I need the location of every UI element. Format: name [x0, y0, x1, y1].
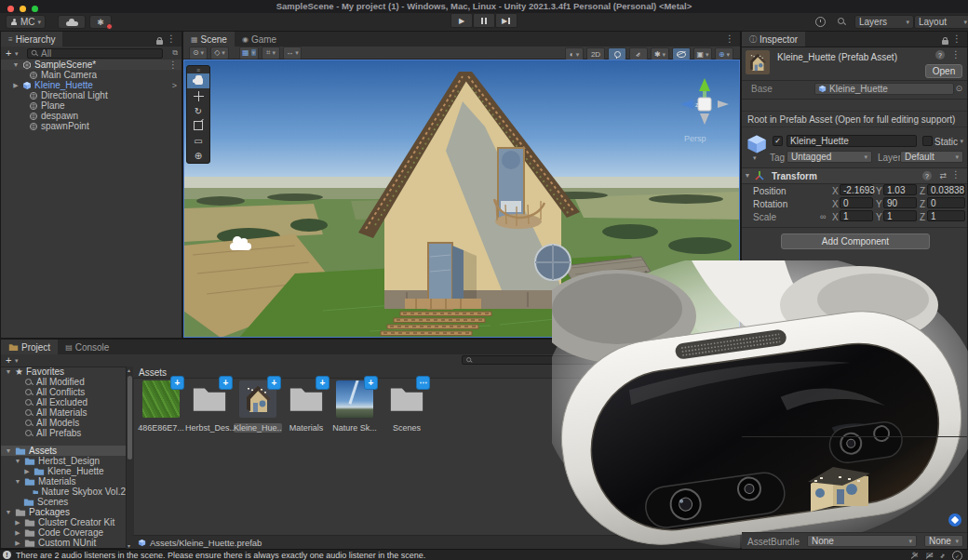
- rotation-y-field[interactable]: 90: [883, 197, 917, 208]
- tab-scene[interactable]: ▦ Scene: [183, 32, 235, 47]
- tag-dropdown[interactable]: Untagged ▾: [786, 151, 872, 163]
- camera-settings-dropdown[interactable]: ▣▾: [693, 47, 712, 60]
- tree-item-nature-skybox[interactable]: Nature Skybox Vol.2: [1, 487, 126, 497]
- transform-header[interactable]: ▼ Transform ? ⇄ ⋮: [742, 167, 967, 184]
- favorite-all-excluded[interactable]: All Excluded: [1, 397, 126, 407]
- scene-menu-icon[interactable]: ⋮: [725, 34, 734, 44]
- tree-item-klene-huette[interactable]: ▶ Klene_Huette: [1, 466, 126, 476]
- scroll-up-icon[interactable]: ▴: [128, 367, 130, 373]
- foldout-closed-icon[interactable]: ▶: [23, 468, 31, 475]
- create-object-button[interactable]: +: [6, 47, 11, 59]
- step-button[interactable]: ▶: [495, 13, 518, 28]
- hierarchy-item-main-camera[interactable]: Main Camera: [1, 70, 182, 80]
- asset-item-materials-folder[interactable]: + Materials: [288, 380, 325, 433]
- scale-z-field[interactable]: 1: [927, 210, 965, 221]
- scene-viewport[interactable]: ≡ ↻ ▭ ⊕ z Persp: [183, 60, 740, 338]
- position-y-field[interactable]: 1.03: [883, 184, 917, 195]
- scroll-down-icon[interactable]: ▾: [128, 542, 130, 549]
- chevron-down-icon[interactable]: ▾: [753, 154, 757, 161]
- chevron-down-icon[interactable]: ▾: [960, 138, 963, 144]
- add-component-button[interactable]: Add Component: [781, 233, 930, 249]
- cloud-services-button[interactable]: [58, 15, 86, 29]
- hierarchy-menu-icon[interactable]: ⋮: [167, 34, 176, 44]
- name-field[interactable]: Kleine_Huette: [786, 135, 917, 147]
- position-z-field[interactable]: 0.03838: [927, 184, 965, 195]
- persp-label[interactable]: Persp: [684, 134, 706, 143]
- auto-generate-lighting-icon[interactable]: ✎: [911, 551, 919, 560]
- tool-settings-dropdown[interactable]: ⊙▾: [189, 47, 208, 60]
- help-icon[interactable]: ?: [935, 50, 945, 60]
- favorite-all-materials[interactable]: All Materials: [1, 407, 126, 418]
- asset-labels-button[interactable]: [948, 513, 961, 527]
- project-search-input[interactable]: [462, 355, 737, 365]
- favorite-all-models[interactable]: All Models: [1, 418, 126, 428]
- snap-increment-dropdown[interactable]: ↔▾: [283, 47, 302, 60]
- play-button[interactable]: ▶: [450, 13, 473, 28]
- pause-button[interactable]: [473, 13, 495, 28]
- hand-tool-button[interactable]: [187, 73, 209, 88]
- hierarchy-item-plane[interactable]: Plane: [1, 100, 182, 111]
- tab-game[interactable]: ◉ Game: [235, 32, 284, 47]
- hierarchy-item-directional-light[interactable]: Directional Light: [1, 90, 182, 100]
- component-menu-icon[interactable]: ⋮: [951, 170, 961, 180]
- account-button[interactable]: MC ▾: [6, 15, 46, 29]
- scrollbar-thumb[interactable]: [128, 376, 132, 460]
- foldout-open-icon[interactable]: ▼: [5, 368, 12, 375]
- inspector-menu-icon[interactable]: ⋮: [952, 34, 961, 44]
- 2d-mode-button[interactable]: 2D: [586, 47, 605, 60]
- scene-orientation-gizmo[interactable]: z Persp: [677, 76, 733, 151]
- tree-item-code-coverage[interactable]: ▶ Code Coverage: [1, 527, 126, 538]
- foldout-closed-icon[interactable]: ▶: [12, 82, 20, 89]
- scene-lighting-toggle[interactable]: [608, 47, 626, 60]
- undo-history-button[interactable]: [815, 17, 826, 29]
- effects-dropdown[interactable]: ✱▾: [651, 47, 669, 60]
- status-message[interactable]: There are 2 audio listeners in the scene…: [16, 551, 425, 560]
- favorite-all-modified[interactable]: All Modified: [1, 377, 126, 387]
- foldout-open-icon[interactable]: ▼: [12, 61, 20, 68]
- asset-item-texture[interactable]: + 486E86E7...: [142, 380, 180, 433]
- create-asset-button[interactable]: +: [6, 354, 11, 366]
- favorite-all-conflicts[interactable]: All Conflicts: [1, 387, 126, 397]
- tab-console[interactable]: ▤ Console: [58, 340, 116, 354]
- presets-icon[interactable]: ⇄: [939, 171, 947, 180]
- foldout-open-icon[interactable]: ▼: [14, 458, 21, 464]
- tree-item-scenes[interactable]: Scenes: [1, 497, 126, 507]
- scene-picker-icon[interactable]: ⧉: [172, 48, 178, 58]
- overlay-drag-handle[interactable]: ≡: [187, 66, 209, 73]
- rect-tool-button[interactable]: ▭: [187, 133, 209, 148]
- transform-tool-button[interactable]: ⊕: [187, 148, 209, 163]
- scene-header-row[interactable]: ▼ SampleScene* ⋮: [1, 60, 182, 70]
- static-checkbox[interactable]: [922, 136, 933, 146]
- help-icon[interactable]: ?: [922, 171, 932, 180]
- favorites-header[interactable]: ▼ ★ Favorites: [1, 367, 126, 377]
- scale-y-field[interactable]: 1: [883, 210, 917, 221]
- open-prefab-button[interactable]: Open: [925, 64, 962, 78]
- tab-inspector[interactable]: ⓘ Inspector: [742, 32, 805, 47]
- foldout-open-icon[interactable]: ▼: [5, 509, 12, 515]
- move-tool-button[interactable]: [187, 88, 209, 103]
- position-x-field[interactable]: -2.1693: [840, 184, 873, 195]
- prefab-menu-icon[interactable]: ⋮: [951, 50, 961, 60]
- object-picker-icon[interactable]: ⊙: [955, 84, 962, 93]
- scene-menu-icon[interactable]: ⋮: [168, 60, 178, 70]
- tree-item-herbst-design[interactable]: ▼ Herbst_Design: [1, 456, 126, 466]
- layers-dropdown[interactable]: Layers ▾: [854, 15, 914, 29]
- chevron-down-icon[interactable]: ▾: [15, 50, 19, 57]
- grid-visibility-dropdown[interactable]: ▦▾: [239, 47, 259, 60]
- tab-hierarchy[interactable]: ≡ Hierarchy: [1, 32, 62, 47]
- lock-icon[interactable]: [942, 36, 948, 47]
- tree-item-materials[interactable]: ▼ Materials: [1, 476, 126, 487]
- pivot-rotation-dropdown[interactable]: ◇▾: [210, 47, 229, 60]
- layout-dropdown[interactable]: Layout ▾: [914, 15, 968, 29]
- component-gizmos-dropdown[interactable]: ⊕▾: [715, 47, 733, 60]
- asset-item-skybox[interactable]: + Nature Sk...: [336, 380, 373, 433]
- preview-menu-icon[interactable]: ⋮: [955, 431, 964, 440]
- hierarchy-item-despawn[interactable]: despawn: [1, 111, 182, 121]
- rotate-tool-button[interactable]: ↻: [187, 103, 209, 118]
- notifications-muted-icon[interactable]: ♪: [941, 551, 946, 560]
- tab-project[interactable]: Project: [1, 340, 58, 354]
- asset-item-herbst-folder[interactable]: + Herbst_Des...: [191, 380, 228, 433]
- foldout-open-icon[interactable]: ▼: [744, 172, 751, 179]
- preview-splitter[interactable]: [742, 436, 967, 437]
- cache-server-status-icon[interactable]: ✓: [952, 551, 962, 560]
